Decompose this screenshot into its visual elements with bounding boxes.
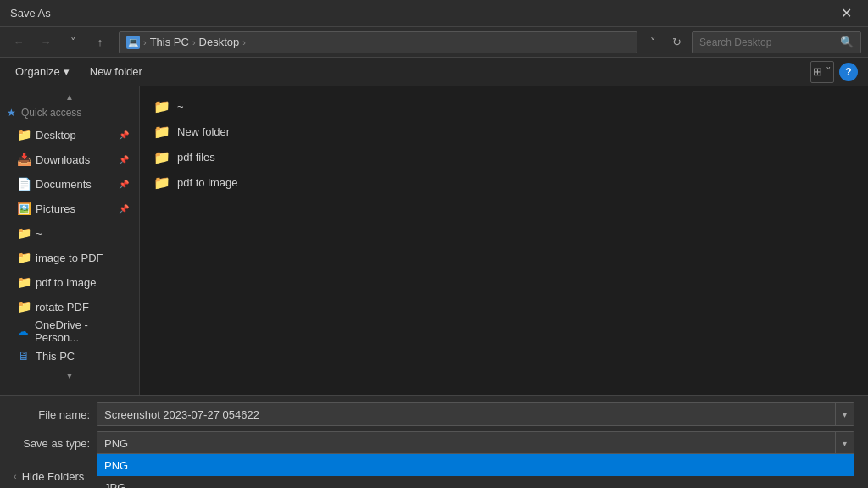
sidebar-item-documents[interactable]: 📄 Documents 📌 (3, 172, 136, 196)
pin-icon-downloads: 📌 (119, 155, 129, 164)
organize-label: Organize (15, 65, 60, 78)
up-button[interactable]: ↑ (88, 31, 112, 53)
view-button[interactable]: ⊞ ˅ (810, 61, 834, 83)
sidebar-item-downloads[interactable]: 📥 Downloads 📌 (3, 147, 136, 171)
file-item-pdffiles[interactable]: 📁 pdf files (147, 144, 861, 169)
breadcrumb-sep1: › (143, 37, 147, 47)
folder-pdf2img-icon: 📁 (17, 275, 31, 289)
sidebar-item-documents-label: Documents (36, 178, 92, 191)
file-item-pdftoimage-label: pdf to image (177, 176, 238, 189)
file-item-tilde[interactable]: 📁 ~ (147, 93, 861, 119)
new-folder-button[interactable]: New folder (85, 63, 147, 80)
sidebar-item-onedrive[interactable]: ☁ OneDrive - Person... (3, 319, 136, 343)
save-area: File name: ▾ Save as type: PNG ▾ PNG JPG… (0, 395, 868, 488)
sidebar: ▲ ★ Quick access 📁 Desktop 📌 📥 Downloads… (0, 86, 140, 395)
filename-input[interactable] (97, 403, 835, 425)
filename-input-wrapper[interactable]: ▾ (97, 402, 854, 426)
filename-row: File name: ▾ (14, 402, 854, 426)
file-item-newfolder-label: New folder (177, 125, 230, 138)
breadcrumb-sep2: › (192, 37, 196, 47)
sidebar-item-pdf-to-image-label: pdf to image (36, 276, 97, 289)
savetype-dropdown-menu: PNG JPG GIF (97, 453, 854, 488)
folder-icon-pdftoimage: 📁 (153, 175, 170, 191)
close-button[interactable]: ✕ (834, 2, 858, 25)
file-list[interactable]: 📁 ~ 📁 New folder 📁 pdf files 📁 pdf to im… (140, 86, 868, 395)
breadcrumb-thispc[interactable]: This PC (150, 36, 189, 48)
sidebar-item-downloads-label: Downloads (36, 153, 90, 166)
refresh-button[interactable]: ↻ (665, 31, 688, 53)
sidebar-scroll-down[interactable]: ▼ (0, 369, 139, 382)
help-button[interactable]: ? (839, 63, 858, 81)
thispc-icon: 🖥 (17, 349, 31, 363)
title-bar-title: Save As (10, 7, 51, 19)
sidebar-item-desktop[interactable]: 📁 Desktop 📌 (3, 123, 136, 147)
file-item-newfolder[interactable]: 📁 New folder (147, 119, 861, 144)
main-area: ▲ ★ Quick access 📁 Desktop 📌 📥 Downloads… (0, 86, 868, 395)
pin-icon-pictures: 📌 (119, 204, 129, 214)
toolbar: ← → ˅ ↑ 💻 › This PC › Desktop › ˅ ↻ 🔍 (0, 27, 868, 58)
title-bar-left: Save As (10, 7, 51, 19)
breadcrumb-sep3: › (242, 37, 246, 47)
back-button[interactable]: ← (7, 31, 31, 53)
search-icon: 🔍 (840, 36, 854, 48)
sidebar-item-thispc[interactable]: 🖥 This PC (3, 344, 136, 368)
folder-icon-newfolder: 📁 (153, 124, 170, 140)
sidebar-item-pictures[interactable]: 🖼️ Pictures 📌 (3, 197, 136, 220)
savetype-selected-value: PNG (97, 432, 835, 454)
sidebar-item-pdf-to-image[interactable]: 📁 pdf to image (3, 270, 136, 294)
savetype-option-png[interactable]: PNG (97, 454, 854, 476)
hide-folders-row[interactable]: ‹ Hide Folders (14, 467, 84, 483)
filename-dropdown-arrow[interactable]: ▾ (835, 403, 854, 425)
sidebar-item-thispc-label: This PC (36, 350, 75, 363)
folder-img2pdf-icon: 📁 (17, 251, 31, 264)
organize-button[interactable]: Organize ▾ (10, 63, 75, 80)
sidebar-item-rotate-pdf-label: rotate PDF (36, 301, 89, 313)
savetype-option-jpg[interactable]: JPG (97, 476, 854, 488)
sidebar-item-image-to-pdf[interactable]: 📁 image to PDF (3, 246, 136, 269)
dropdown-button[interactable]: ˅ (61, 31, 85, 53)
chevron-left-icon: ‹ (14, 471, 17, 481)
sidebar-item-tilde-label: ~ (36, 227, 42, 240)
folder-tilde-icon: 📁 (17, 226, 31, 240)
pc-icon: 💻 (126, 36, 140, 49)
pin-icon: 📌 (119, 130, 129, 140)
action-bar-right: ⊞ ˅ ? (810, 61, 858, 83)
savetype-label: Save as type: (14, 437, 90, 450)
pin-icon-documents: 📌 (119, 180, 129, 189)
quick-access-header: ★ Quick access (0, 103, 139, 122)
file-item-pdftoimage[interactable]: 📁 pdf to image (147, 169, 861, 195)
action-bar: Organize ▾ New folder ⊞ ˅ ? (0, 58, 868, 86)
sidebar-item-onedrive-label: OneDrive - Person... (35, 319, 129, 344)
folder-docs-icon: 📄 (17, 177, 31, 191)
folder-pics-icon: 🖼️ (17, 202, 31, 215)
file-item-pdffiles-label: pdf files (177, 151, 215, 164)
breadcrumb-bar[interactable]: 💻 › This PC › Desktop › (119, 31, 637, 53)
quick-access-label: Quick access (21, 107, 81, 119)
forward-button[interactable]: → (34, 31, 58, 53)
folder-download-icon: 📥 (17, 152, 31, 166)
savetype-dropdown-wrapper[interactable]: PNG ▾ PNG JPG GIF (97, 431, 854, 455)
search-input[interactable] (699, 36, 835, 48)
breadcrumb-dropdown[interactable]: ˅ (644, 31, 661, 53)
search-bar[interactable]: 🔍 (692, 31, 861, 53)
organize-chevron-icon: ▾ (64, 65, 70, 78)
file-item-tilde-label: ~ (177, 100, 184, 113)
title-bar: Save As ✕ (0, 0, 868, 27)
folder-blue-icon: 📁 (17, 128, 31, 141)
onedrive-icon: ☁ (17, 324, 30, 338)
sidebar-item-tilde[interactable]: 📁 ~ (3, 221, 136, 245)
savetype-dropdown-arrow[interactable]: ▾ (835, 432, 854, 454)
hide-folders-label: Hide Folders (22, 470, 85, 483)
folder-icon-pdffiles: 📁 (153, 149, 170, 165)
savetype-dropdown-selected[interactable]: PNG ▾ (97, 431, 854, 455)
sidebar-item-pictures-label: Pictures (36, 202, 75, 215)
sidebar-scroll-up[interactable]: ▲ (0, 90, 139, 103)
folder-rotatepdf-icon: 📁 (17, 300, 31, 313)
star-icon: ★ (7, 107, 16, 119)
breadcrumb-desktop[interactable]: Desktop (199, 36, 240, 48)
view-icon: ⊞ ˅ (813, 65, 832, 78)
sidebar-item-image-to-pdf-label: image to PDF (36, 252, 103, 264)
new-folder-label: New folder (90, 65, 142, 78)
sidebar-item-desktop-label: Desktop (36, 129, 76, 141)
sidebar-item-rotate-pdf[interactable]: 📁 rotate PDF (3, 295, 136, 319)
